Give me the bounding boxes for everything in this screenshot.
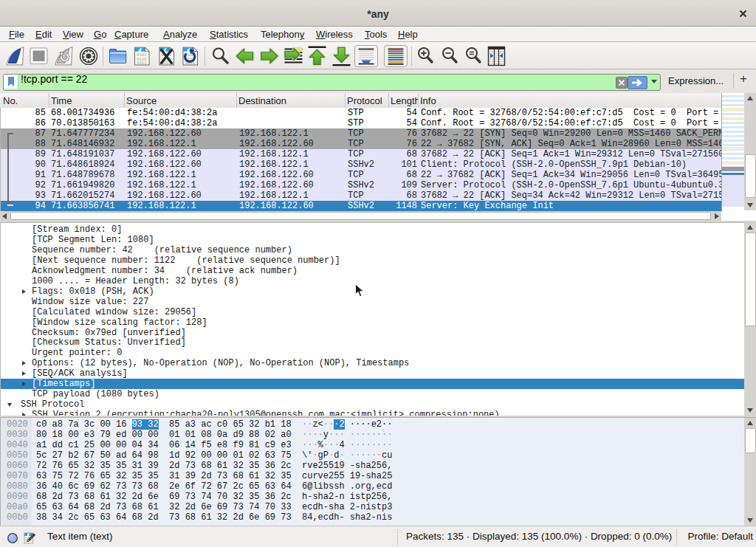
svg-text:0011: 0011 [137, 61, 147, 66]
